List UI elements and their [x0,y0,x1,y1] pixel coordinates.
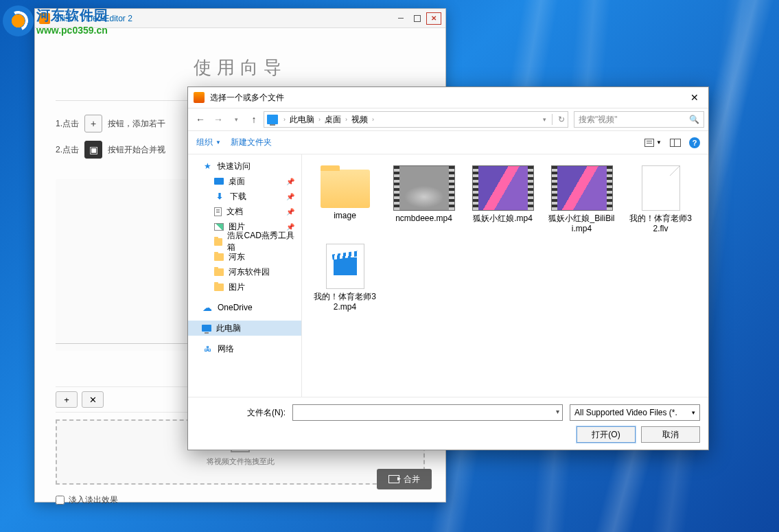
crumb-desktop[interactable]: 桌面 [322,114,344,126]
pin-icon: 📌 [286,208,294,216]
file-item-flv[interactable]: 我的！体育老师32.flv [625,163,697,237]
dropzone-text: 将视频文件拖拽至此 [207,456,275,467]
search-icon: 🔍 [689,115,699,124]
step1-suffix: 按钮，添加若干 [108,118,165,130]
dialog-toolbar: 组织▼ 新建文件夹 ▼ ? [188,131,708,154]
up-button[interactable]: ↑ [246,111,262,128]
sidebar-network[interactable]: 网络 [188,341,301,356]
download-icon [214,192,225,201]
dialog-close-button[interactable]: ✕ [682,89,707,106]
add-button-icon[interactable]: + [84,115,102,132]
desktop-icon [214,178,224,185]
mp4-file-icon [326,244,364,289]
folder-icon [214,238,222,246]
cancel-button[interactable]: 取消 [641,426,700,443]
sidebar-downloads[interactable]: 下载📌 [188,189,301,204]
open-button[interactable]: 打开(O) [577,426,636,443]
close-button[interactable] [426,12,441,25]
search-input[interactable]: 搜索"视频" 🔍 [574,111,704,128]
file-item-folder[interactable]: image [309,163,381,237]
watermark: 河东软件园 www.pc0359.cn [3,5,108,36]
step1-prefix: 1.点击 [56,118,79,130]
file-item-mp4[interactable]: 我的！体育老师32.mp4 [309,241,381,315]
fade-option: 淡入淡出效果 [56,494,425,506]
dialog-titlebar[interactable]: 选择一个或多个文件 ✕ [188,87,708,108]
sidebar-this-pc[interactable]: 此电脑 [188,321,301,336]
minimize-button[interactable] [393,12,408,25]
forward-button[interactable]: → [210,111,226,128]
file-open-dialog: 选择一个或多个文件 ✕ ← → ▾ ↑ › 此电脑 › 桌面 › 视频 › ▾↻… [187,86,709,450]
file-list[interactable]: image ncmbdeee.mp4 狐妖小红娘.mp4 狐妖小红娘_BiliB… [302,154,708,397]
back-button[interactable]: ← [192,111,209,128]
sidebar-onedrive[interactable]: OneDrive [188,300,301,315]
dialog-bottom: 文件名(N): ▾ All Supported Video Files (*.▾… [188,397,708,450]
dialog-title: 选择一个或多个文件 [210,92,682,104]
sidebar-folder-2[interactable]: 河东软件园 [188,264,301,279]
file-label: 狐妖小红娘.mp4 [473,213,533,224]
generic-file-icon [642,165,680,211]
merge-label: 合并 [404,474,420,485]
file-label: 我的！体育老师32.mp4 [312,292,378,312]
refresh-icon[interactable]: ↻ [558,115,565,124]
new-folder-button[interactable]: 新建文件夹 [231,137,272,148]
network-icon [202,344,213,354]
sidebar-folder-0[interactable]: 浩辰CAD燕秀工具箱 [188,234,301,249]
view-mode-button[interactable]: ▼ [644,139,662,147]
folder-icon [214,253,224,261]
pin-icon: 📌 [286,193,294,200]
file-type-filter[interactable]: All Supported Video Files (*.▾ [570,404,700,421]
merge-button[interactable]: 合并 [377,469,432,489]
dialog-icon [194,92,205,103]
breadcrumb-dropdown[interactable]: ▾ [543,116,546,123]
preview-pane-button[interactable] [670,139,681,147]
file-item-video[interactable]: 狐妖小红娘.mp4 [467,163,539,237]
fade-checkbox[interactable] [56,496,65,505]
pc-icon [267,115,278,124]
filename-label: 文件名(N): [196,407,286,419]
merge-icon [388,475,399,483]
watermark-cn: 河东软件园 [36,6,108,25]
wizard-title: 使用向导 [56,56,425,80]
crumb-video[interactable]: 视频 [349,114,371,126]
sidebar-quick-access[interactable]: 快速访问 [188,159,301,174]
file-label: image [334,211,356,221]
file-label: 狐妖小红娘_BiliBili.mp4 [548,213,615,234]
picture-icon [214,223,224,231]
filename-input[interactable]: ▾ [292,404,563,421]
sidebar-documents[interactable]: 文档📌 [188,204,301,219]
file-item-video[interactable]: 狐妖小红娘_BiliBili.mp4 [546,163,618,237]
file-label: 我的！体育老师32.flv [627,213,694,234]
crumb-pc[interactable]: 此电脑 [287,114,317,126]
breadcrumb[interactable]: › 此电脑 › 桌面 › 视频 › ▾↻ [264,111,568,128]
step2-prefix: 2.点击 [56,144,79,156]
organize-menu[interactable]: 组织▼ [196,137,221,148]
watermark-logo [3,5,34,36]
fade-label: 淡入淡出效果 [69,494,118,506]
file-label: ncmbdeee.mp4 [395,213,452,224]
maximize-button[interactable] [410,12,425,25]
search-placeholder: 搜索"视频" [579,114,618,126]
watermark-url: www.pc0359.cn [36,25,108,36]
pin-icon: 📌 [286,223,294,231]
folder-icon [214,268,224,276]
document-icon [214,207,222,216]
pin-icon: 📌 [286,178,294,185]
folder-icon [214,284,224,291]
dialog-sidebar: 快速访问 桌面📌 下载📌 文档📌 图片📌 浩辰CAD燕秀工具箱 河东 河东软件园… [188,154,302,397]
star-icon [202,161,213,171]
dialog-nav: ← → ▾ ↑ › 此电脑 › 桌面 › 视频 › ▾↻ 搜索"视频" 🔍 [188,108,708,131]
help-button[interactable]: ? [689,137,700,148]
video-thumbnail [393,165,455,211]
step2-suffix: 按钮开始合并视 [108,144,165,156]
sidebar-folder-3[interactable]: 图片 [188,279,301,294]
file-item-video[interactable]: ncmbdeee.mp4 [388,163,460,237]
merge-button-icon[interactable]: ▣ [84,141,102,159]
video-thumbnail [551,165,613,211]
folder-icon [321,170,370,208]
add-clip-button[interactable]: + [56,391,78,408]
remove-clip-button[interactable]: ✕ [82,391,104,408]
pc-icon [202,325,211,332]
onedrive-icon [202,303,213,312]
sidebar-desktop[interactable]: 桌面📌 [188,174,301,189]
recent-dropdown[interactable]: ▾ [228,111,244,128]
